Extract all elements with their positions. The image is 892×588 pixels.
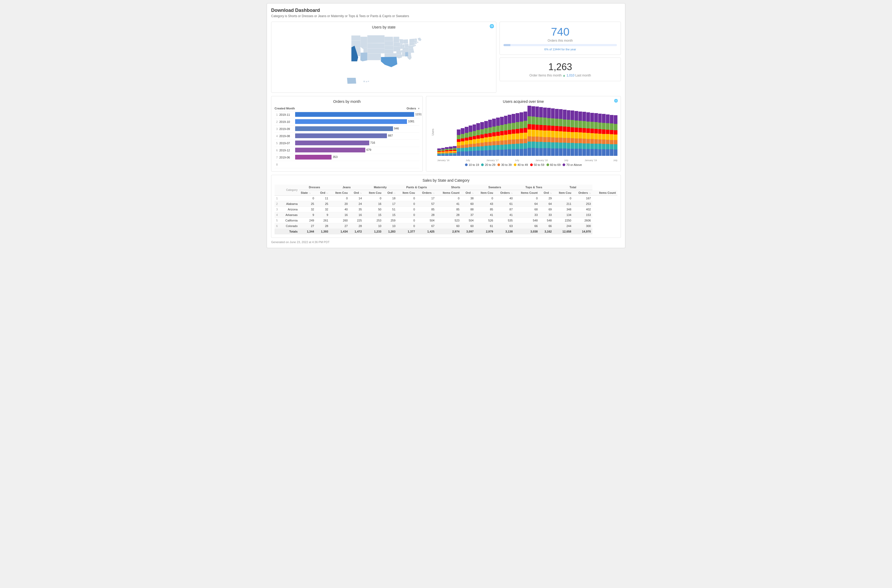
th-tt-ic[interactable]: Item Cou <box>553 190 573 196</box>
stacked-segment <box>606 134 610 140</box>
stacked-bar <box>453 146 457 156</box>
globe-icon[interactable]: 🌐 <box>490 24 494 28</box>
stacked-segment <box>578 128 582 133</box>
stacked-segment <box>473 131 476 136</box>
stacked-segment <box>512 149 515 156</box>
stacked-segment <box>437 155 441 156</box>
th-m-ic[interactable]: Item Cou <box>397 190 416 196</box>
bar-row-label: 2019-06 <box>279 156 295 159</box>
globe-icon-2[interactable]: 🌐 <box>614 99 618 103</box>
bar-row-label: 2019-07 <box>279 142 295 145</box>
stacked-segment <box>512 140 515 144</box>
th-state[interactable]: State ↑↓ <box>299 190 316 196</box>
th-d-ic[interactable]: Item Cou <box>330 190 349 196</box>
stacked-segment <box>461 134 464 138</box>
legend-label: 70 or Above <box>566 163 582 166</box>
map-container <box>275 32 493 89</box>
d-ord: 249 <box>299 218 316 224</box>
stacked-segment <box>484 150 488 156</box>
stacked-segment <box>598 123 602 129</box>
th-sw-ic[interactable]: Items Count <box>514 190 539 196</box>
stacked-segment <box>516 129 519 134</box>
d-ord: 32 <box>299 207 316 212</box>
stacked-segment <box>480 150 484 156</box>
stacked-segment <box>492 145 496 150</box>
stacked-segment <box>496 141 500 145</box>
d-ord: 9 <box>299 212 316 218</box>
items-number: 1,263 <box>503 62 617 72</box>
th-s-ord[interactable]: Ord ↑↓ <box>461 190 475 196</box>
stacked-bar <box>583 112 586 156</box>
bar-row-bar-container: 353 <box>295 155 419 160</box>
bar-row: 6 2019-12 679 <box>275 147 419 154</box>
legend-label: 40 to 49 <box>518 163 528 166</box>
stacked-segment <box>586 144 590 149</box>
tot-m-ord: 1,233 <box>363 229 383 234</box>
th-pc-ic[interactable]: Items Count <box>436 190 461 196</box>
tot-ord: 2250 <box>553 218 573 224</box>
sort-icon[interactable]: ▾ <box>418 107 419 110</box>
stacked-bar <box>437 148 441 156</box>
bar-row-label: 2019-09 <box>279 128 295 130</box>
th-sweaters: Sweaters <box>475 184 514 190</box>
legend-item: 70 or Above <box>563 163 582 166</box>
stacked-segment <box>614 150 617 156</box>
stacked-segment <box>586 149 590 156</box>
th-tot-ic[interactable]: Items Count <box>592 190 617 196</box>
pc-ic: 67 <box>416 224 436 229</box>
stacked-segment <box>586 122 590 128</box>
stacked-segment <box>563 127 566 131</box>
stacked-segment <box>578 143 582 149</box>
stacked-bar <box>610 115 613 156</box>
stacked-segment <box>606 114 610 123</box>
stacked-segment <box>500 131 504 135</box>
tot-d-ic: 1,393 <box>316 229 330 234</box>
stacked-segment <box>457 142 461 146</box>
stacked-segment <box>602 140 605 144</box>
bar-row-label: 2019-11 <box>279 113 295 116</box>
th-j-ic[interactable]: Item Cou <box>363 190 383 196</box>
stacked-segment <box>606 123 610 130</box>
items-label: Order Items this month ▲ 1,010 Last mont… <box>503 74 617 77</box>
stacked-segment <box>563 138 566 142</box>
stacked-bar <box>594 113 598 156</box>
stacked-segment <box>496 118 500 126</box>
stacked-segment <box>614 144 617 149</box>
bar-row-bar-container: 1151 <box>295 112 419 117</box>
bar-row-num: 3 <box>275 128 279 130</box>
stacked-segment <box>504 124 508 130</box>
stacked-segment <box>504 135 508 140</box>
bar-row-bar: 679 <box>295 148 365 152</box>
th-tt-ord[interactable]: Ord ↑↓ <box>539 190 553 196</box>
stacked-segment <box>594 113 598 122</box>
stacked-segment <box>504 150 508 156</box>
stacked-bar <box>488 120 492 156</box>
stacked-segment <box>594 144 598 149</box>
row-num: 2 <box>275 201 280 207</box>
stacked-segment <box>457 152 461 156</box>
th-s-ic[interactable]: Item Cou <box>475 190 495 196</box>
stacked-segment <box>610 115 613 124</box>
stacked-segment <box>614 124 617 130</box>
th-j-ord[interactable]: Ord ↑↓ <box>349 190 363 196</box>
bar-value: 716 <box>370 141 378 144</box>
th-pc-ord[interactable]: Orders ↑↓ <box>416 190 436 196</box>
stacked-bar <box>571 111 574 156</box>
pc-ord: 0 <box>397 224 416 229</box>
th-tot-ord[interactable]: Orders ↑↓ <box>573 190 592 196</box>
th-sw-ord[interactable]: Orders ↑↓ <box>495 190 514 196</box>
stacked-segment <box>492 127 496 132</box>
bar-row-num: 8 <box>275 163 279 166</box>
stacked-segment <box>461 128 464 134</box>
map-panel: Users by state 🌐 <box>271 22 496 93</box>
state-cell: Alabama <box>280 201 299 207</box>
stacked-segment <box>453 146 457 148</box>
j-ic: 14 <box>349 196 363 201</box>
th-d-ord[interactable]: Ord ↑↓ <box>316 190 330 196</box>
stacked-segment <box>539 148 543 156</box>
th-m-ord[interactable]: Ord ↑↓ <box>383 190 397 196</box>
stacked-segment <box>516 134 519 139</box>
stacked-segment <box>527 129 531 136</box>
stacked-segment <box>610 123 613 130</box>
bar-row: 5 2019-07 716 <box>275 140 419 147</box>
